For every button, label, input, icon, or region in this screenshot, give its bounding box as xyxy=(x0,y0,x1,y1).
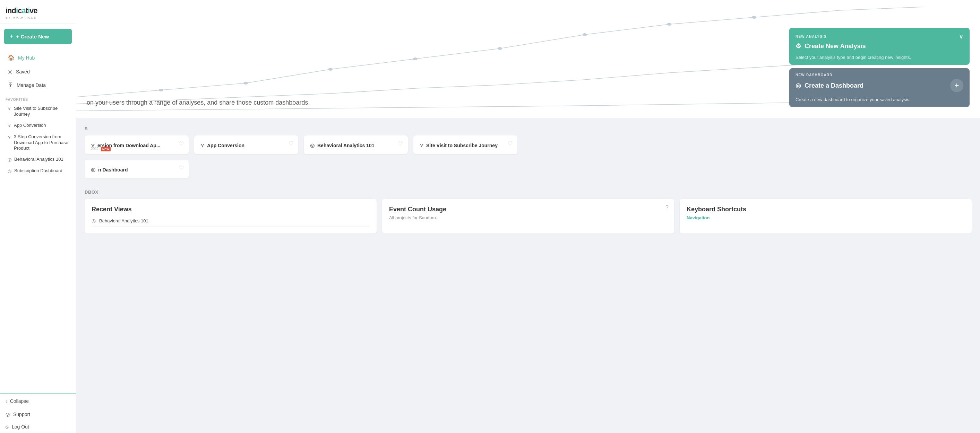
nav-item-manage-data[interactable]: 🗄 Manage Data xyxy=(2,79,74,92)
sidebar: indicative BY MPARTICLE + + Create New 🏠… xyxy=(0,0,76,433)
favorites-label: FAVORITES xyxy=(0,94,76,103)
support-icon: ◎ xyxy=(6,412,10,417)
collapse-chevron-icon: ‹ xyxy=(6,398,7,404)
help-icon-button[interactable]: ? xyxy=(665,205,668,211)
funnel-icon-card4: ⋎ xyxy=(420,143,423,149)
nav-label-logout: Log Out xyxy=(12,424,29,430)
logo: indicative xyxy=(6,6,70,15)
create-new-label: + Create New xyxy=(16,33,49,40)
nav-label-manage-data: Manage Data xyxy=(17,82,46,88)
nav-label-myhub: My Hub xyxy=(18,55,35,60)
fav-item-app-conversion[interactable]: ⋎ App Conversion xyxy=(2,120,74,131)
dashboard-icon: ◎ xyxy=(795,82,801,89)
recent-views-item-1[interactable]: ◎ Behavioral Analytics 101 xyxy=(92,215,370,227)
heart-icon-3[interactable]: ♡ xyxy=(398,140,403,147)
new-dashboard-card[interactable]: NEW DASHBOARD ◎ Create a Dashboard + Cre… xyxy=(789,68,970,107)
keyboard-shortcuts-title: Keyboard Shortcuts xyxy=(687,206,965,213)
nav-item-saved[interactable]: ◎ Saved xyxy=(2,65,74,78)
favorites-section: FAVORITES ⋎ Site Visit to Subscribe Jour… xyxy=(0,94,76,177)
event-count-card: Event Count Usage All projects for Sandb… xyxy=(382,199,674,233)
card-step-conversion[interactable]: ♡ ⋎ ersion from Download Ap... 2022 NEW xyxy=(84,135,189,154)
new-dashboard-label: NEW DASHBOARD xyxy=(795,73,833,77)
create-new-button[interactable]: + + Create New xyxy=(4,29,72,44)
heart-icon-5[interactable]: ♡ xyxy=(179,165,184,171)
recent-views-title: Recent Views xyxy=(92,206,370,213)
hero-text: on your users through a range of analyse… xyxy=(87,98,834,107)
card-app-conversion[interactable]: ♡ ⋎ App Conversion xyxy=(194,135,298,154)
circle-icon-subscription: ◎ xyxy=(8,168,11,174)
recent-item-icon: ◎ xyxy=(92,218,96,224)
fav-item-step-conversion[interactable]: ⋎ 3 Step Conversion from Download App to… xyxy=(2,132,74,154)
funnel-icon-3: ⋎ xyxy=(8,135,11,140)
logout-icon: ⎋ xyxy=(6,424,8,430)
hero-area: .chart-line { fill: none; stroke: #c5cfd… xyxy=(76,0,980,118)
funnel-icon-2: ⋎ xyxy=(8,123,11,129)
chevron-down-icon: ∨ xyxy=(959,33,963,40)
keyboard-nav-label: Navigation xyxy=(687,215,965,220)
logo-byline: BY MPARTICLE xyxy=(6,16,70,19)
heart-icon-1[interactable]: ♡ xyxy=(179,140,184,147)
new-dashboard-description: Create a new dashboard to organize your … xyxy=(789,97,970,107)
sidebar-bottom: ‹ Collapse ◎ Support ⎋ Log Out xyxy=(0,393,76,433)
new-analysis-title: ⚙ Create New Analysis xyxy=(795,42,865,50)
saved-icon: ◎ xyxy=(8,68,13,75)
card-site-visit[interactable]: ♡ ⋎ Site Visit to Subscribe Journey xyxy=(414,135,517,154)
plus-icon: + xyxy=(10,33,14,40)
gear-icon: ⚙ xyxy=(795,42,801,50)
fav-label-app-conversion: App Conversion xyxy=(14,123,46,128)
card-title-behavioral: ◎ Behavioral Analytics 101 xyxy=(310,143,402,149)
hero-description: on your users through a range of analyse… xyxy=(87,98,834,107)
new-analysis-label: NEW ANALYSIS xyxy=(795,35,827,38)
new-analysis-description: Select your analysis type and begin crea… xyxy=(789,55,970,65)
heart-icon-4[interactable]: ♡ xyxy=(508,140,512,147)
home-icon: 🏠 xyxy=(8,54,14,61)
collapse-button[interactable]: ‹ Collapse xyxy=(0,394,76,408)
logo-text: indicative xyxy=(6,6,37,15)
circle-icon-card3: ◎ xyxy=(310,143,315,149)
recent-views-item-label: Behavioral Analytics 101 xyxy=(99,218,148,224)
svg-point-0 xyxy=(159,89,163,92)
card-title-site-visit: ⋎ Site Visit to Subscribe Journey xyxy=(420,143,511,149)
fav-label-site-visit: Site Visit to Subscribe Journey xyxy=(14,106,68,117)
dashboard-cards-grid: ♡ ◎ n Dashboard xyxy=(84,160,972,178)
svg-point-4 xyxy=(498,47,502,50)
new-badge: NEW xyxy=(101,147,111,151)
plus-button[interactable]: + xyxy=(950,79,963,92)
svg-point-2 xyxy=(328,68,332,71)
logo-area: indicative BY MPARTICLE xyxy=(0,0,76,24)
card-behavioral[interactable]: ♡ ◎ Behavioral Analytics 101 xyxy=(304,135,408,154)
event-count-subtitle: All projects for Sandbox xyxy=(389,215,667,220)
sandbox-section: dbox Recent Views ◎ Behavioral Analytics… xyxy=(76,189,980,242)
fav-item-subscription[interactable]: ◎ Subscription Dashboard xyxy=(2,166,74,177)
heart-icon-2[interactable]: ♡ xyxy=(288,140,293,147)
nav-item-logout[interactable]: ⎋ Log Out xyxy=(0,420,76,433)
nav-label-support: Support xyxy=(13,412,30,417)
saved-section-label: s xyxy=(84,126,972,131)
new-analysis-header: NEW ANALYSIS ∨ xyxy=(789,28,970,42)
svg-point-5 xyxy=(582,33,587,36)
new-dashboard-title: ◎ Create a Dashboard xyxy=(795,82,864,89)
fav-item-site-visit[interactable]: ⋎ Site Visit to Subscribe Journey xyxy=(2,103,74,120)
nav-item-support[interactable]: ◎ Support xyxy=(0,408,76,420)
svg-point-3 xyxy=(413,57,417,60)
new-dashboard-body: ◎ Create a Dashboard + xyxy=(789,79,970,97)
svg-point-7 xyxy=(752,16,756,19)
new-analysis-card[interactable]: NEW ANALYSIS ∨ ⚙ Create New Analysis Sel… xyxy=(789,28,970,65)
card-title-app-conversion: ⋎ App Conversion xyxy=(200,143,292,149)
funnel-icon-card2: ⋎ xyxy=(200,143,204,149)
nav-item-myhub[interactable]: 🏠 My Hub xyxy=(2,51,74,64)
svg-point-1 xyxy=(243,82,248,84)
analysis-cards-grid: ♡ ⋎ ersion from Download Ap... 2022 NEW … xyxy=(84,135,972,154)
collapse-label: Collapse xyxy=(10,398,29,404)
fav-label-behavioral: Behavioral Analytics 101 xyxy=(14,157,64,162)
fav-item-behavioral[interactable]: ◎ Behavioral Analytics 101 xyxy=(2,154,74,165)
circle-icon-behavioral: ◎ xyxy=(8,157,11,163)
dropdown-cards: NEW ANALYSIS ∨ ⚙ Create New Analysis Sel… xyxy=(789,28,970,107)
new-dashboard-header: NEW DASHBOARD xyxy=(789,68,970,79)
main-nav: 🏠 My Hub ◎ Saved 🗄 Manage Data xyxy=(0,49,76,94)
card-dashboard[interactable]: ♡ ◎ n Dashboard xyxy=(84,160,189,178)
fav-label-step-conversion: 3 Step Conversion from Download App to P… xyxy=(14,134,68,152)
new-analysis-body: ⚙ Create New Analysis xyxy=(789,42,970,55)
card-title-dashboard: ◎ n Dashboard xyxy=(91,167,182,173)
bottom-cards-grid: Recent Views ◎ Behavioral Analytics 101 … xyxy=(84,199,972,233)
